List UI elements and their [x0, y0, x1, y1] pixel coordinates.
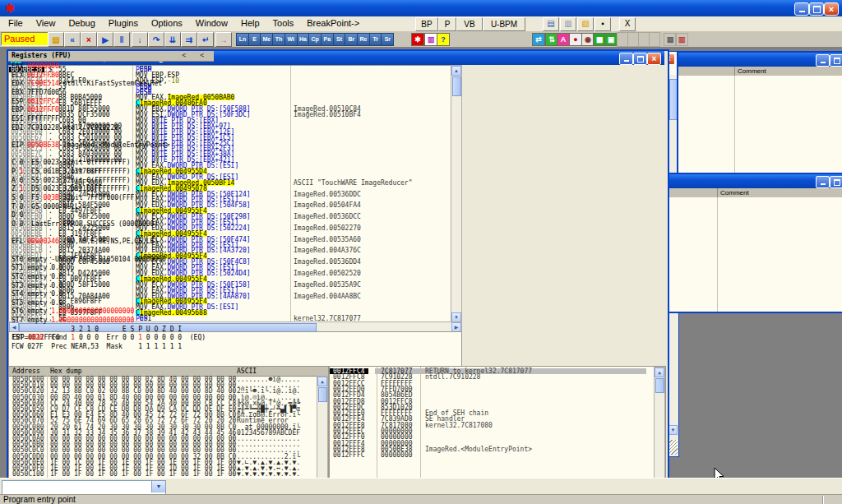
blank-toolbar-button[interactable]: [649, 32, 660, 47]
run-trace-icon[interactable]: ▣: [604, 33, 618, 46]
menu-item-breakpoint[interactable]: BreakPoint->: [300, 16, 366, 31]
document-icon[interactable]: ▥: [560, 17, 576, 31]
open-file-icon[interactable]: ▤: [48, 32, 64, 47]
register-line[interactable]: ESP 0012FFC4: [12, 98, 209, 107]
letter-button-sr[interactable]: Sr: [381, 33, 394, 46]
plugin-button-bp[interactable]: BP: [415, 17, 438, 31]
minimize-button[interactable]: [619, 53, 633, 65]
letter-button-st[interactable]: St: [333, 33, 346, 46]
swap-panes-icon[interactable]: ⇄: [532, 33, 545, 46]
register-line[interactable]: A 0 SS 0023 32bit 0(FFFFFFFF): [12, 177, 209, 186]
scroll-up-icon[interactable]: ▲: [655, 368, 664, 377]
plugin-button-p[interactable]: P: [438, 17, 456, 31]
resize-grip[interactable]: [669, 440, 678, 455]
stack-row[interactable]: 0012FFC47C817077RETURN to kernel32.7C817…: [330, 368, 654, 374]
maximize-button[interactable]: [830, 54, 842, 67]
close-button[interactable]: ×: [647, 53, 661, 65]
register-line[interactable]: EIP 0050BE38 ImageRed.<ModuleEntryPoint>: [12, 141, 209, 150]
stack-row[interactable]: 0012FFE0FFFFFFFFEnd of SEH chain: [330, 410, 654, 416]
letter-button-me[interactable]: Me: [260, 33, 273, 46]
register-line[interactable]: ST2 empty 0.0: [12, 273, 209, 282]
letter-button-e[interactable]: E: [248, 33, 261, 46]
minimize-button[interactable]: [794, 2, 809, 16]
register-line[interactable]: EBP 0012FFF0: [12, 106, 209, 115]
register-line[interactable]: ECX 0012FFB0: [12, 72, 209, 81]
register-line[interactable]: EDI 7C910228 ntdll.7C910228: [12, 124, 209, 133]
minimize-button[interactable]: [816, 54, 830, 67]
register-line[interactable]: Z 1 DS 0023 32bit 0(FFFFFFFF): [12, 185, 209, 194]
stack-row[interactable]: 0012FFC87C910228ntdll.7C910228: [330, 374, 654, 380]
dump-scrollbar[interactable]: ▲: [317, 376, 328, 478]
stack-row[interactable]: 0012FFDC853D1020: [330, 405, 654, 410]
register-line[interactable]: D 0: [12, 211, 209, 220]
register-line[interactable]: ESI FFFFFFFF: [12, 115, 209, 124]
folder-icon[interactable]: ▧: [577, 17, 594, 31]
comment-window-body[interactable]: ▲ ▼: [668, 197, 842, 312]
register-line[interactable]: P 1 CS 001B 32bit 0(FFFFFFFF): [12, 168, 209, 177]
stack-row[interactable]: 0012FFFC00000000: [330, 452, 654, 458]
pane-forward-icon[interactable]: <: [200, 51, 204, 61]
menu-item-options[interactable]: Options: [145, 16, 189, 31]
menu-item-debug[interactable]: Debug: [62, 16, 101, 31]
stack-row[interactable]: 0012FFEC00000000: [330, 428, 654, 434]
letter-button-th[interactable]: Th: [272, 33, 285, 46]
breakpoint-ball-icon[interactable]: ●: [569, 33, 582, 46]
register-line[interactable]: ST7 empty 1.0000000000000000000: [12, 317, 209, 326]
close-button[interactable]: ×: [824, 2, 839, 16]
stack-row[interactable]: 0012FFCCFFFFFFFF: [330, 381, 654, 386]
stack-scrollbar[interactable]: ▲: [654, 367, 665, 478]
step-into-icon[interactable]: ↓: [132, 32, 148, 47]
register-line[interactable]: ST4 empty 0.0: [12, 290, 209, 299]
comment-window-bottom[interactable]: × Comment ▲ ▼: [666, 173, 842, 313]
letter-button-br[interactable]: Br: [345, 33, 358, 46]
letter-button-tr[interactable]: Tr: [369, 33, 382, 46]
maximize-button[interactable]: [633, 53, 647, 65]
maximize-button[interactable]: [809, 2, 824, 16]
register-line[interactable]: FST 4020 Cond 1 0 0 0 Err 0 0 1 0 0 0 0 …: [12, 334, 209, 343]
scroll-up-icon[interactable]: ▲: [451, 66, 461, 76]
menu-item-help[interactable]: Help: [234, 16, 266, 31]
menu-item-tools[interactable]: Tools: [266, 16, 301, 31]
minimize-button[interactable]: [816, 176, 830, 188]
blank-toolbar-button[interactable]: [638, 32, 650, 47]
letter-button-re[interactable]: Re: [357, 33, 370, 46]
register-line[interactable]: C 0 ES 0023 32bit 0(FFFFFFFF): [12, 159, 209, 168]
register-line[interactable]: 3 2 1 0 E S P U O Z D I: [12, 326, 209, 335]
plugin-button-vb[interactable]: VB: [456, 17, 483, 31]
options-gear-icon[interactable]: ✱: [411, 33, 424, 46]
letter-button-ln[interactable]: Ln: [236, 33, 249, 46]
comment-window-body[interactable]: ▲ ▼: [678, 76, 842, 173]
title-bar[interactable]: ✱ ×: [0, 0, 842, 16]
scroll-down-icon[interactable]: ▼: [669, 425, 678, 435]
run-icon[interactable]: ▶: [97, 32, 113, 47]
plugin-close-button[interactable]: X: [619, 17, 636, 31]
register-line[interactable]: EAX 00000000: [12, 62, 209, 72]
stack-row[interactable]: 0012FFD07FFD7000: [330, 386, 654, 392]
step-over-icon[interactable]: ↷: [148, 32, 164, 47]
stack-row[interactable]: 0012FFF000000000: [330, 434, 654, 440]
restart-icon[interactable]: «: [64, 32, 81, 47]
register-line[interactable]: S 0 FS 003B 32bit 7FFDF000(FFF): [12, 194, 209, 203]
register-line[interactable]: ST6 empty 1.0000000000000000000: [12, 307, 209, 317]
cpu-window[interactable]: C CPU - main thread, module ImageRed × 0…: [7, 49, 669, 478]
animate-into-icon[interactable]: ⇊: [164, 32, 181, 47]
register-line[interactable]: ST1 empty 0.0: [12, 264, 209, 273]
stack-row[interactable]: 0012FFF80050BE38ImageRed.<ModuleEntryPoi…: [330, 446, 654, 452]
maximize-button[interactable]: [830, 176, 842, 188]
scroll-up-icon[interactable]: ▲: [317, 377, 327, 386]
dump-pane[interactable]: Address Hex dump ASCII 0050C00000 00 00 …: [8, 366, 329, 478]
plugin-button-u-bpm[interactable]: U-BPM: [483, 17, 525, 31]
stack-row[interactable]: 0012FFE87C817080kernel32.7C817080: [330, 423, 654, 428]
menu-item-file[interactable]: File: [2, 16, 30, 31]
register-line[interactable]: FCW 027F Prec NEAR,53 Mask 1 1 1 1 1 1: [12, 343, 209, 352]
notepad-icon[interactable]: ▤: [543, 17, 559, 31]
chevron-down-icon[interactable]: ▼: [151, 481, 165, 492]
menu-item-window[interactable]: Window: [189, 16, 234, 31]
close-program-icon[interactable]: ×: [81, 32, 97, 47]
register-line[interactable]: ST3 empty 0.0: [12, 282, 209, 291]
register-line[interactable]: ST0 empty -UNORM B938 01050104 00000000: [12, 256, 209, 265]
blank-toolbar-button[interactable]: [617, 32, 628, 47]
register-line[interactable]: O 0 LastErr ERROR_SUCCESS (00000000): [12, 220, 209, 229]
register-line[interactable]: EBX 7FFD7000: [12, 89, 209, 98]
letter-button-pa[interactable]: Pa: [321, 33, 334, 46]
